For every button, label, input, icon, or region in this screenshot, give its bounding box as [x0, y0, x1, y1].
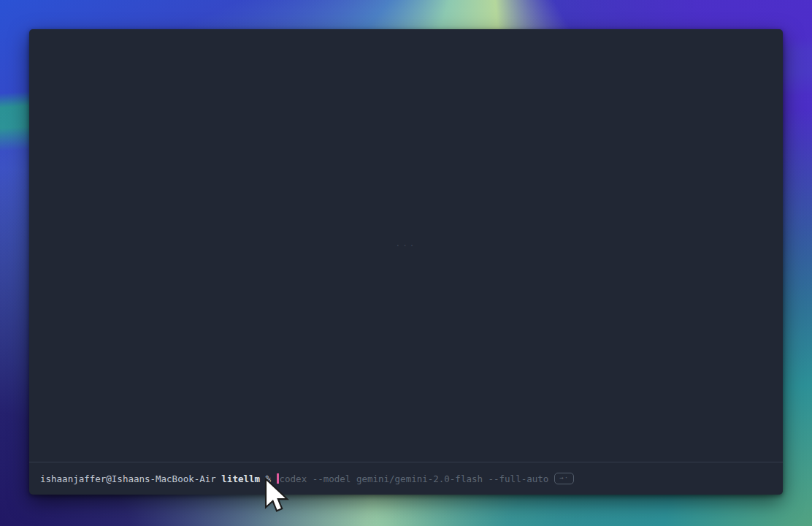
terminal-scrollback: ··· [29, 29, 783, 462]
terminal-loading-ellipsis: ··· [396, 241, 417, 251]
prompt-separator-line [29, 462, 783, 462]
terminal-prompt-line[interactable]: ishaanjaffer@Ishaans-MacBook-Air litellm… [40, 473, 774, 484]
accept-suggestion-badge[interactable]: →· [554, 473, 574, 484]
text-cursor-beam [277, 473, 279, 484]
prompt-symbol: % [266, 473, 272, 484]
terminal-window[interactable]: ··· ishaanjaffer@Ishaans-MacBook-Air lit… [29, 29, 783, 495]
prompt-directory: litellm [221, 473, 260, 484]
prompt-user-host: ishaanjaffer@Ishaans-MacBook-Air [40, 473, 216, 484]
right-arrow-icon: →· [559, 474, 569, 481]
autosuggestion-text: codex --model gemini/gemini-2.0-flash --… [280, 473, 549, 484]
